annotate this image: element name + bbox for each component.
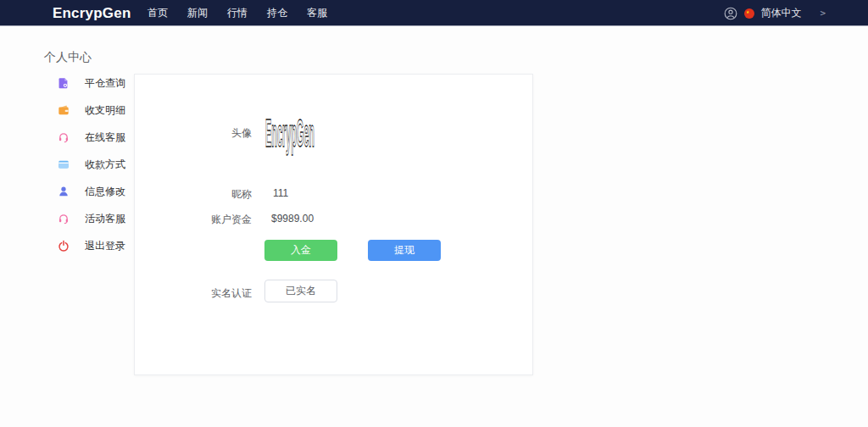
sidebar-item-label: 收支明细	[85, 103, 125, 118]
china-flag-icon	[737, 8, 754, 19]
top-navbar: EncrypGen 首页 新闻 行情 持仓 客服 简体中文 >	[0, 0, 868, 26]
avatar-logo-text: EncrypGen	[265, 110, 314, 155]
header-right-group: 简体中文 >	[724, 0, 826, 26]
page-title: 个人中心	[44, 50, 92, 65]
nav-item-markets[interactable]: 行情	[227, 6, 248, 20]
nickname-value: 111	[273, 187, 288, 199]
balance-label: 账户资金	[211, 213, 252, 227]
balance-value: $9989.00	[271, 213, 314, 225]
sidebar-item-label: 收款方式	[85, 158, 125, 172]
brand-logo: EncrypGen	[53, 0, 131, 26]
verify-status-badge: 已实名	[264, 280, 337, 302]
file-icon	[58, 77, 70, 89]
person-circle-icon[interactable]	[724, 7, 737, 20]
headset-icon	[58, 213, 70, 225]
nickname-label: 昵称	[231, 187, 252, 202]
wallet-icon	[58, 104, 70, 116]
sidebar-item-label: 信息修改	[85, 185, 125, 199]
avatar[interactable]: EncrypGen	[264, 108, 316, 156]
headset-icon	[58, 131, 70, 143]
nav-item-positions[interactable]: 持仓	[267, 6, 287, 20]
user-icon	[58, 186, 70, 197]
deposit-button[interactable]: 入金	[264, 240, 337, 261]
sidebar-item-label: 在线客服	[85, 130, 125, 145]
main-nav: 首页 新闻 行情 持仓 客服	[147, 0, 327, 26]
sidebar-item-label: 退出登录	[85, 239, 125, 253]
profile-card: 头像 EncrypGen 昵称 111 账户资金 $9989.00 入金 提现 …	[134, 74, 533, 375]
power-icon	[58, 240, 70, 252]
avatar-label: 头像	[231, 126, 252, 141]
verify-label: 实名认证	[211, 286, 252, 301]
bank-card-icon	[58, 158, 70, 170]
sidebar-item-label: 平仓查询	[85, 76, 125, 91]
nav-item-support[interactable]: 客服	[307, 6, 327, 20]
language-selector[interactable]: 简体中文	[760, 6, 801, 20]
nav-item-home[interactable]: 首页	[147, 6, 168, 20]
sidebar-item-label: 活动客服	[85, 212, 125, 226]
chevron-right-icon[interactable]: >	[820, 8, 826, 19]
nav-item-news[interactable]: 新闻	[187, 6, 208, 20]
withdraw-button[interactable]: 提现	[368, 240, 441, 261]
